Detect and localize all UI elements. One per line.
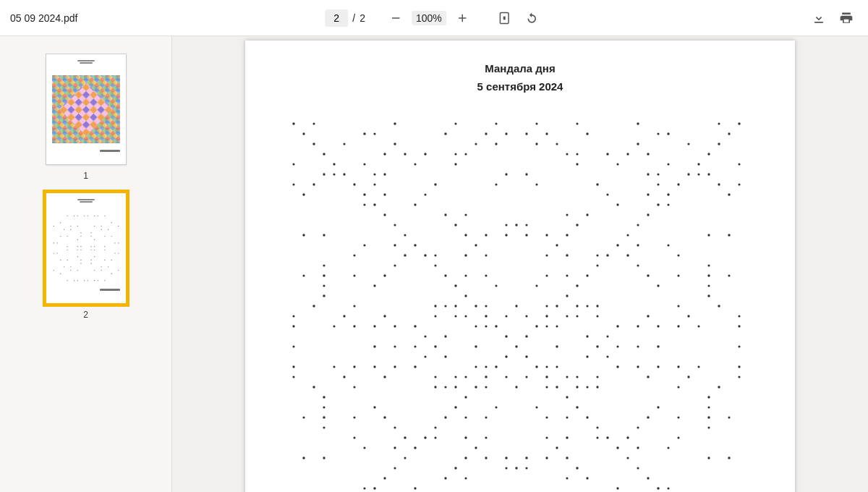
rotate-button[interactable] xyxy=(520,7,543,30)
svg-point-284 xyxy=(505,315,507,317)
svg-point-88 xyxy=(84,280,85,281)
svg-point-48 xyxy=(77,246,77,247)
svg-point-320 xyxy=(414,345,416,347)
svg-point-130 xyxy=(464,153,467,155)
svg-point-110 xyxy=(545,132,548,135)
svg-point-399 xyxy=(353,416,355,418)
svg-point-15 xyxy=(77,216,77,216)
svg-point-333 xyxy=(525,355,527,357)
svg-point-44 xyxy=(56,242,57,243)
svg-point-420 xyxy=(434,436,436,438)
svg-point-90 xyxy=(94,280,95,281)
svg-point-122 xyxy=(637,143,639,145)
svg-point-282 xyxy=(464,315,467,317)
svg-point-85 xyxy=(67,280,67,281)
svg-point-335 xyxy=(606,355,608,357)
svg-point-220 xyxy=(424,254,426,256)
svg-point-151 xyxy=(383,173,386,175)
svg-point-239 xyxy=(383,274,386,276)
page-number-input[interactable] xyxy=(325,9,348,27)
svg-point-396 xyxy=(707,406,710,408)
svg-point-70 xyxy=(111,260,111,260)
dot-pattern xyxy=(289,119,752,492)
svg-point-108 xyxy=(505,132,507,135)
svg-point-356 xyxy=(383,376,386,378)
svg-point-119 xyxy=(495,143,497,145)
svg-point-236 xyxy=(302,274,305,276)
svg-point-453 xyxy=(525,467,527,469)
svg-point-165 xyxy=(535,183,537,185)
svg-point-242 xyxy=(485,274,487,276)
svg-point-318 xyxy=(373,345,375,347)
svg-point-19 xyxy=(97,216,98,216)
svg-point-460 xyxy=(586,477,588,479)
svg-point-194 xyxy=(515,224,517,226)
svg-point-262 xyxy=(312,305,315,307)
svg-point-34 xyxy=(90,232,91,233)
svg-point-391 xyxy=(454,406,456,408)
svg-point-322 xyxy=(475,345,477,347)
svg-point-41 xyxy=(77,239,77,240)
svg-point-338 xyxy=(353,365,355,368)
svg-point-152 xyxy=(505,173,507,175)
thumbnail-sidebar[interactable]: 1 2 xyxy=(0,36,172,492)
mandala-colored-thumb-icon xyxy=(52,69,120,150)
svg-point-259 xyxy=(464,294,467,297)
svg-point-265 xyxy=(444,305,446,307)
svg-point-454 xyxy=(576,467,578,469)
svg-point-139 xyxy=(363,163,365,165)
svg-point-32 xyxy=(107,229,108,230)
download-button[interactable] xyxy=(807,7,830,30)
svg-point-120 xyxy=(535,143,537,145)
svg-point-200 xyxy=(404,234,406,236)
svg-point-22 xyxy=(111,222,111,223)
fit-page-button[interactable] xyxy=(493,7,516,30)
svg-point-466 xyxy=(657,487,659,489)
svg-point-196 xyxy=(576,224,578,226)
svg-point-231 xyxy=(393,264,396,266)
zoom-in-button[interactable] xyxy=(451,7,474,30)
svg-point-199 xyxy=(323,234,325,236)
svg-point-357 xyxy=(434,376,436,378)
svg-point-412 xyxy=(393,426,396,428)
svg-point-164 xyxy=(495,183,497,185)
print-button[interactable] xyxy=(835,7,858,30)
svg-point-304 xyxy=(556,325,558,327)
svg-point-347 xyxy=(556,365,558,368)
zoom-level-display[interactable]: 100% xyxy=(412,11,446,25)
svg-point-157 xyxy=(697,173,699,175)
page-title: Мандала дня xyxy=(289,62,752,75)
thumbnail-page-1[interactable] xyxy=(46,54,127,165)
svg-point-275 xyxy=(677,305,679,307)
svg-point-321 xyxy=(434,345,436,347)
svg-point-451 xyxy=(505,467,507,469)
svg-point-433 xyxy=(556,446,558,449)
svg-point-345 xyxy=(535,365,537,368)
thumbnail-page-2[interactable] xyxy=(46,192,127,304)
svg-point-75 xyxy=(101,266,101,267)
page-viewport[interactable]: Мандала дня 5 сентября 2024 xyxy=(172,36,868,492)
svg-point-39 xyxy=(104,236,105,237)
svg-point-100 xyxy=(637,122,639,124)
zoom-out-button[interactable] xyxy=(384,7,407,30)
svg-point-94 xyxy=(312,122,315,124)
svg-point-377 xyxy=(515,386,517,388)
svg-point-145 xyxy=(697,163,699,165)
svg-point-450 xyxy=(454,467,456,469)
svg-point-202 xyxy=(485,234,487,236)
svg-point-232 xyxy=(434,264,436,266)
svg-point-43 xyxy=(53,242,54,243)
svg-point-298 xyxy=(414,325,416,327)
svg-point-141 xyxy=(454,163,456,165)
plus-icon xyxy=(456,12,469,25)
svg-point-179 xyxy=(363,203,365,205)
svg-point-193 xyxy=(505,224,507,226)
filename-label: 05 09 2024.pdf xyxy=(10,12,77,24)
svg-point-317 xyxy=(292,345,294,347)
svg-point-112 xyxy=(657,132,659,135)
svg-point-129 xyxy=(454,153,456,155)
svg-point-354 xyxy=(292,376,294,378)
svg-point-406 xyxy=(586,416,588,418)
svg-point-24 xyxy=(70,226,71,226)
svg-point-329 xyxy=(738,345,740,347)
